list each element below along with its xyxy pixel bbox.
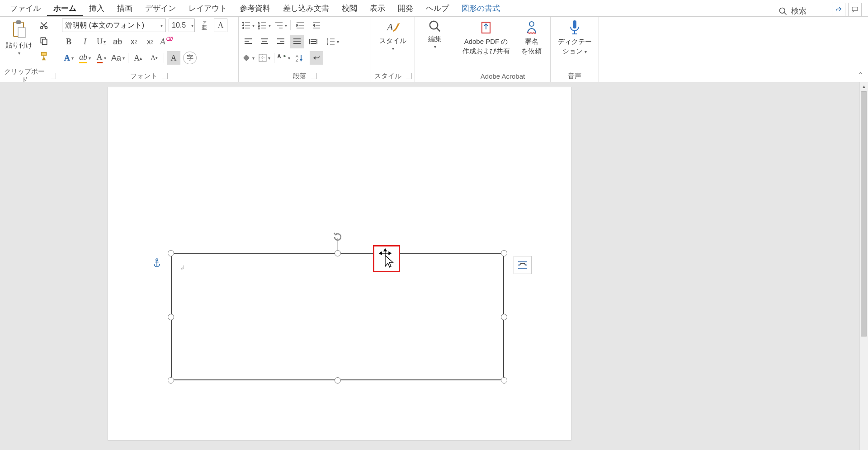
align-justify-button[interactable] [290,35,304,48]
copy-button[interactable] [37,34,51,47]
styles-icon: A [385,19,401,35]
line-spacing-button[interactable]: ▾ [326,35,340,48]
tab-file[interactable]: ファイル [4,0,47,16]
layout-options-button[interactable] [514,256,532,274]
vertical-scrollbar[interactable]: ▴ [859,82,868,450]
comments-button[interactable] [848,3,862,16]
tab-developer[interactable]: 開発 [392,0,420,16]
styles-button[interactable]: A スタイル ▾ [377,19,409,52]
decrease-indent-button[interactable] [293,19,307,32]
grow-font-button[interactable]: A▴ [131,51,145,65]
svg-text:A: A [278,54,281,59]
tab-home[interactable]: ホーム [47,0,83,16]
svg-point-74 [156,259,158,261]
create-pdf-button[interactable]: Adobe PDF の 作成および共有 [460,19,513,56]
svg-point-0 [780,8,785,13]
svg-point-70 [529,22,534,26]
font-size-combo[interactable]: 10.5▾ [169,19,195,32]
tab-draw[interactable]: 描画 [111,0,139,16]
svg-point-67 [430,21,438,29]
svg-marker-29 [297,24,298,27]
resize-handle-bottom-right[interactable] [501,377,507,384]
tab-insert[interactable]: 挿入 [83,0,111,16]
tab-view[interactable]: 表示 [363,0,392,16]
microphone-icon [568,19,581,36]
editing-button[interactable]: 編集 ▾ [420,19,449,50]
format-painter-button[interactable] [37,49,51,63]
character-border-button[interactable]: A [214,19,227,32]
svg-rect-9 [42,39,47,45]
share-button[interactable] [832,3,845,16]
styles-launcher[interactable] [406,73,412,79]
ribbon: 貼り付け ▾ クリップボード 游明朝 (本文のフォント)▾ 10.5▾ [0,17,868,82]
character-shading-button[interactable]: A [167,51,180,65]
resize-handle-top-left[interactable] [168,250,174,256]
superscript-button[interactable]: x2 [143,35,157,48]
paragraph-launcher[interactable] [311,73,317,79]
tab-layout[interactable]: レイアウト [182,0,233,16]
svg-rect-4 [16,20,21,24]
resize-handle-top[interactable] [335,250,341,256]
phonetic-guide-button[interactable]: ア亜 [198,19,211,32]
strikethrough-button[interactable]: ab [111,35,124,48]
resize-handle-right[interactable] [501,314,507,320]
shading-button[interactable]: ▾ [241,51,255,65]
borders-button[interactable]: ▾ [258,51,271,65]
tab-design[interactable]: デザイン [139,0,182,16]
dictate-button[interactable]: ディクテー ション ▾ [555,19,594,56]
font-launcher[interactable] [162,73,168,79]
numbering-button[interactable]: 123▾ [258,19,271,32]
shrink-font-button[interactable]: A▾ [147,51,161,65]
subscript-button[interactable]: x2 [127,35,141,48]
bullets-button[interactable]: ▾ [241,19,255,32]
enclose-characters-button[interactable]: 字 [183,52,197,64]
svg-point-13 [242,24,244,26]
resize-handle-left[interactable] [168,314,174,320]
resize-handle-top-right[interactable] [501,250,507,256]
underline-button[interactable]: U ▾ [94,35,108,48]
tab-review[interactable]: 校閲 [335,0,363,16]
collapse-ribbon-button[interactable]: ⌃ [858,71,863,78]
change-case-button[interactable]: Aa▾ [111,51,125,65]
group-paragraph-label: 段落 [293,72,307,81]
cut-button[interactable] [37,19,51,32]
increase-indent-button[interactable] [310,19,323,32]
tab-help[interactable]: ヘルプ [420,0,455,16]
show-marks-button[interactable] [310,51,323,65]
sort-button[interactable]: AZ [293,51,307,65]
tab-references[interactable]: 参考資料 [233,0,277,16]
paste-button[interactable]: 貼り付け ▾ [3,19,35,57]
font-name-combo[interactable]: 游明朝 (本文のフォント)▾ [62,19,166,32]
svg-point-11 [242,22,244,23]
align-right-button[interactable] [274,35,288,48]
svg-marker-84 [379,252,382,255]
multilevel-list-button[interactable]: ▾ [274,19,288,32]
chevron-down-icon: ▾ [434,44,436,49]
scroll-up-button[interactable]: ▴ [860,82,868,90]
align-center-button[interactable] [258,35,271,48]
ribbon-tabstrip: ファイル ホーム 挿入 描画 デザイン レイアウト 参考資料 差し込み文書 校閲… [0,0,868,17]
rotation-handle[interactable] [332,232,343,242]
request-signature-button[interactable]: 署名 を依頼 [517,19,546,56]
align-left-button[interactable] [241,35,255,48]
font-color-button[interactable]: A▾ [94,51,108,65]
italic-button[interactable]: I [78,35,92,48]
tell-me-search[interactable]: 検索 [771,6,814,16]
text-box-shape[interactable]: ↲ [171,253,504,380]
svg-line-68 [437,28,440,32]
tab-mailings[interactable]: 差し込み文書 [277,0,335,16]
scroll-thumb[interactable] [861,91,867,336]
clipboard-launcher[interactable] [51,73,56,79]
signature-label-1: 署名 [525,38,538,45]
bold-button[interactable]: B [62,35,75,48]
resize-handle-bottom[interactable] [335,377,341,384]
svg-marker-85 [389,252,391,255]
tab-shape-format[interactable]: 図形の書式 [455,0,506,16]
text-effects-button[interactable]: A▾ [62,51,75,65]
selected-shape[interactable]: ↲ [171,253,504,380]
highlight-button[interactable]: ab▾ [78,51,92,65]
resize-handle-bottom-left[interactable] [168,377,174,384]
clear-formatting-button[interactable]: A⌫ [160,35,173,48]
asian-layout-button[interactable]: A▾ [277,51,291,65]
distributed-button[interactable] [307,35,320,48]
